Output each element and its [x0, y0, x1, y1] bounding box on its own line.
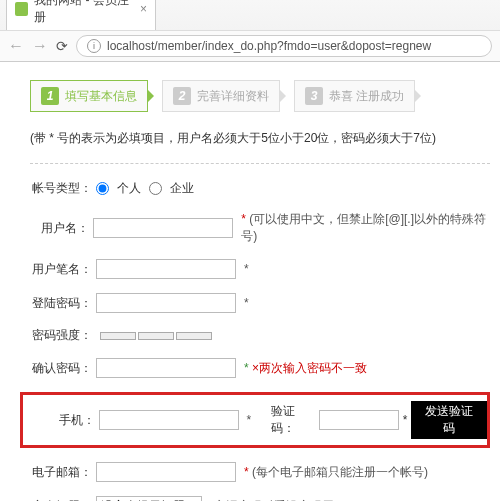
- row-password: 登陆密码： *: [30, 293, 490, 313]
- label-confirm: 确认密码：: [30, 360, 96, 377]
- radio-company[interactable]: [149, 182, 162, 195]
- label-question: 安全问题：: [30, 498, 96, 502]
- hint-question: (忘记密码时重设密码用): [210, 498, 338, 502]
- required-star: *: [247, 413, 252, 427]
- row-question: 安全问题： 没安全提示问题 (忘记密码时重设密码用): [30, 496, 490, 501]
- label-nickname: 用户笔名：: [30, 261, 96, 278]
- label-username: 用户名：: [30, 220, 93, 237]
- row-account-type: 帐号类型： 个人 企业: [30, 180, 490, 197]
- confirm-password-input[interactable]: [96, 358, 236, 378]
- tab-title: 我的网站 - 会员注册: [34, 0, 134, 26]
- step-3: 3 恭喜 注册成功: [294, 80, 415, 112]
- forward-icon[interactable]: →: [32, 37, 48, 55]
- chevron-right-icon: [414, 89, 421, 103]
- label-account-type: 帐号类型：: [30, 180, 96, 197]
- label-phone: 手机：: [33, 412, 99, 429]
- step-label: 填写基本信息: [65, 88, 137, 105]
- label-strength: 密码强度：: [30, 327, 96, 344]
- back-icon[interactable]: ←: [8, 37, 24, 55]
- row-username: 用户名： * (可以使用中文，但禁止除[@][.]以外的特殊符号): [30, 211, 490, 245]
- hint-username: * (可以使用中文，但禁止除[@][.]以外的特殊符号): [241, 211, 490, 245]
- favicon-icon: [15, 2, 28, 16]
- email-input[interactable]: [96, 462, 236, 482]
- question-select[interactable]: 没安全提示问题: [96, 496, 202, 501]
- reload-icon[interactable]: ⟳: [56, 38, 68, 54]
- step-2: 2 完善详细资料: [162, 80, 280, 112]
- step-number-icon: 3: [305, 87, 323, 105]
- chevron-right-icon: [279, 89, 286, 103]
- sms-code-input[interactable]: [319, 410, 399, 430]
- hint-email: * (每个电子邮箱只能注册一个帐号): [244, 464, 428, 481]
- url-text: localhost/member/index_do.php?fmdo=user&…: [107, 39, 431, 53]
- hint-confirm: * ×两次输入密码不一致: [244, 360, 367, 377]
- step-wizard: 1 填写基本信息 2 完善详细资料 3 恭喜 注册成功: [30, 80, 490, 112]
- label-password: 登陆密码：: [30, 295, 96, 312]
- row-strength: 密码强度：: [30, 327, 490, 344]
- radio-label: 企业: [170, 180, 194, 197]
- required-star: *: [244, 296, 249, 310]
- row-confirm: 确认密码： * ×两次输入密码不一致: [30, 358, 490, 378]
- row-email: 电子邮箱： * (每个电子邮箱只能注册一个帐号): [30, 462, 490, 482]
- phone-highlight-box: 手机： * 验证码： * 发送验证码: [20, 392, 490, 448]
- username-input[interactable]: [93, 218, 233, 238]
- step-label: 完善详细资料: [197, 88, 269, 105]
- phone-input[interactable]: [99, 410, 239, 430]
- radio-label: 个人: [117, 180, 141, 197]
- url-input[interactable]: i localhost/member/index_do.php?fmdo=use…: [76, 35, 492, 57]
- page-content: 1 填写基本信息 2 完善详细资料 3 恭喜 注册成功 (带 * 号的表示为必填…: [0, 62, 500, 501]
- step-number-icon: 1: [41, 87, 59, 105]
- info-icon[interactable]: i: [87, 39, 101, 53]
- send-code-button[interactable]: 发送验证码: [411, 401, 487, 439]
- step-number-icon: 2: [173, 87, 191, 105]
- row-phone: 手机： * 验证码： * 发送验证码: [23, 401, 487, 439]
- close-icon[interactable]: ×: [140, 2, 147, 16]
- required-star: *: [403, 413, 408, 427]
- browser-chrome: 我的网站 - 会员注册 × ← → ⟳ i localhost/member/i…: [0, 0, 500, 62]
- label-vcode: 验证码：: [271, 403, 319, 437]
- row-nickname: 用户笔名： *: [30, 259, 490, 279]
- account-type-radio-group: 个人 企业: [96, 180, 194, 197]
- browser-tab[interactable]: 我的网站 - 会员注册 ×: [6, 0, 156, 30]
- address-bar: ← → ⟳ i localhost/member/index_do.php?fm…: [0, 30, 500, 61]
- step-label: 恭喜 注册成功: [329, 88, 404, 105]
- nickname-input[interactable]: [96, 259, 236, 279]
- strength-meter: [100, 332, 212, 340]
- chevron-right-icon: [147, 89, 154, 103]
- password-input[interactable]: [96, 293, 236, 313]
- tab-bar: 我的网站 - 会员注册 ×: [0, 0, 500, 30]
- label-email: 电子邮箱：: [30, 464, 96, 481]
- form-note: (带 * 号的表示为必填项目，用户名必须大于5位小于20位，密码必须大于7位): [30, 130, 490, 147]
- radio-personal[interactable]: [96, 182, 109, 195]
- required-star: *: [244, 262, 249, 276]
- step-1: 1 填写基本信息: [30, 80, 148, 112]
- divider: [30, 163, 490, 164]
